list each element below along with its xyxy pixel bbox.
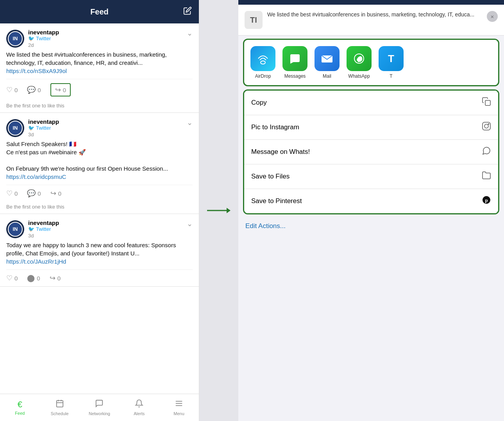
like-button[interactable]: ♡ 0: [6, 274, 18, 282]
comment-count: 0: [38, 190, 41, 197]
share-action-pinterest[interactable]: Save to Pinterest p: [244, 189, 498, 213]
arrow-container: [199, 0, 238, 421]
post-time: 3d: [28, 132, 59, 137]
platform-label: Twitter: [36, 226, 51, 232]
feed-content: IN ineventapp 🐦 Twitter 2d ⌄ We listed t…: [0, 23, 199, 394]
platform-badge: 🐦 Twitter: [28, 125, 59, 131]
whatsapp-msg-icon: [482, 146, 491, 158]
post-actions: ♡ 0 💬 0 ↪ 0: [6, 185, 193, 202]
comment-button[interactable]: 💬 0: [27, 189, 41, 198]
whatsapp-icon: [347, 46, 372, 71]
username: ineventapp: [28, 29, 59, 36]
post-actions: ♡ 0 ⬤ 0 ↪ 0: [6, 269, 193, 286]
menu-nav-icon: [175, 399, 183, 410]
share-preview-thumbnail: TI: [245, 11, 263, 29]
svg-rect-13: [483, 122, 490, 130]
share-app-messages[interactable]: Messages: [282, 46, 307, 79]
share-icon: ↪: [55, 86, 61, 94]
share-close-button[interactable]: ×: [487, 11, 498, 22]
chevron-down-icon[interactable]: ⌄: [187, 219, 193, 228]
share-app-whatsapp[interactable]: WhatsApp: [347, 46, 372, 79]
platform-badge: 🐦 Twitter: [28, 36, 59, 41]
nav-schedule-label: Schedule: [51, 411, 69, 416]
pinterest-icon: p: [482, 195, 491, 207]
edit-actions-button[interactable]: Edit Actions...: [238, 218, 504, 235]
feed-title: Feed: [90, 7, 109, 16]
share-panel: TI We listed the best #virtualconference…: [238, 0, 504, 421]
feed-item: IN ineventapp 🐦 Twitter 3d ⌄ Today we ar…: [0, 214, 199, 287]
share-action-copy[interactable]: Copy: [244, 91, 498, 115]
svg-point-9: [261, 61, 265, 64]
whatsapp-label: WhatsApp: [348, 73, 370, 79]
share-app-mail[interactable]: Mail: [315, 46, 340, 79]
instagram-icon: [482, 121, 491, 133]
share-button[interactable]: ↪ 0: [50, 83, 71, 96]
post-header: IN ineventapp 🐦 Twitter 3d ⌄: [6, 219, 193, 239]
comment-button[interactable]: 💬 0: [27, 86, 41, 94]
airdrop-label: AirDrop: [255, 73, 271, 79]
share-icon: ↪: [50, 189, 56, 198]
nav-networking[interactable]: Networking: [80, 399, 120, 416]
post-user: IN ineventapp 🐦 Twitter 3d: [6, 219, 59, 239]
svg-point-14: [484, 124, 488, 128]
bottom-nav: € Feed Schedule Networking: [0, 394, 199, 421]
post-body: Today we are happy to launch 3 new and c…: [6, 241, 193, 266]
compose-icon[interactable]: [183, 7, 192, 17]
schedule-nav-icon: [55, 399, 64, 410]
svg-rect-0: [56, 401, 63, 407]
post-link[interactable]: https://t.co/nSBxA9J9ol: [6, 68, 67, 74]
twitter-app-label: T: [390, 73, 392, 79]
post-user: IN ineventapp 🐦 Twitter 3d: [6, 118, 59, 137]
post-link[interactable]: https://t.co/JAuzRr1jHd: [6, 258, 66, 265]
avatar: IN: [6, 119, 24, 137]
mail-icon: [315, 46, 340, 71]
post-body: We listed the best #virtualconferences i…: [6, 50, 193, 75]
nav-alerts[interactable]: Alerts: [119, 399, 159, 416]
twitter-app-icon: T: [379, 46, 404, 71]
share-button[interactable]: ↪ 0: [50, 274, 61, 282]
nav-feed-label: Feed: [15, 411, 25, 416]
be-first-label: Be the first one to like this: [6, 100, 193, 112]
post-header: IN ineventapp 🐦 Twitter 2d ⌄: [6, 29, 193, 48]
copy-label: Copy: [251, 99, 267, 107]
chevron-down-icon[interactable]: ⌄: [187, 29, 193, 37]
share-preview: TI We listed the best #virtualconference…: [238, 5, 504, 36]
like-count: 0: [14, 275, 18, 282]
files-label: Save to Files: [251, 173, 290, 180]
post-actions: ♡ 0 💬 0 ↪ 0: [6, 79, 193, 100]
twitter-icon: 🐦: [28, 36, 34, 41]
chevron-down-icon[interactable]: ⌄: [187, 118, 193, 127]
comment-icon: 💬: [27, 189, 36, 198]
platform-label: Twitter: [36, 36, 51, 41]
share-app-twitter[interactable]: T T: [379, 46, 404, 79]
like-button[interactable]: ♡ 0: [6, 86, 18, 94]
share-action-files[interactable]: Save to Files: [244, 164, 498, 189]
comment-button[interactable]: ⬤ 0: [27, 274, 40, 282]
nav-schedule[interactable]: Schedule: [40, 399, 80, 416]
messages-icon: [282, 46, 307, 71]
nav-menu[interactable]: Menu: [159, 399, 199, 416]
post-body: Salut French Speakers! 🇫🇷 Ce n'est pas u…: [6, 140, 193, 181]
airdrop-icon: [250, 46, 275, 71]
svg-point-15: [488, 124, 489, 125]
post-time: 3d: [28, 233, 59, 239]
be-first-label: Be the first one to like this: [6, 202, 193, 214]
feed-nav-icon: €: [18, 400, 22, 410]
comment-icon: 💬: [27, 86, 36, 94]
whatsapp-msg-label: Message on Whats!: [251, 148, 310, 156]
share-button[interactable]: ↪ 0: [50, 189, 61, 198]
share-app-icons-list: AirDrop Messages Mail: [250, 46, 492, 79]
share-action-instagram[interactable]: Pic to Instagram: [244, 115, 498, 140]
feed-panel: Feed IN ineventapp 🐦 T: [0, 0, 199, 421]
mail-label: Mail: [323, 73, 331, 79]
networking-nav-icon: [95, 399, 104, 410]
share-app-airdrop[interactable]: AirDrop: [250, 46, 275, 79]
nav-feed[interactable]: € Feed: [0, 400, 40, 416]
post-time: 2d: [28, 42, 59, 48]
like-count: 0: [14, 87, 18, 93]
nav-networking-label: Networking: [89, 411, 110, 416]
platform-badge: 🐦 Twitter: [28, 226, 59, 232]
like-button[interactable]: ♡ 0: [6, 189, 18, 198]
share-action-whatsapp-msg[interactable]: Message on Whats!: [244, 140, 498, 164]
post-link[interactable]: https://t.co/aridcpsmuC: [6, 173, 66, 180]
